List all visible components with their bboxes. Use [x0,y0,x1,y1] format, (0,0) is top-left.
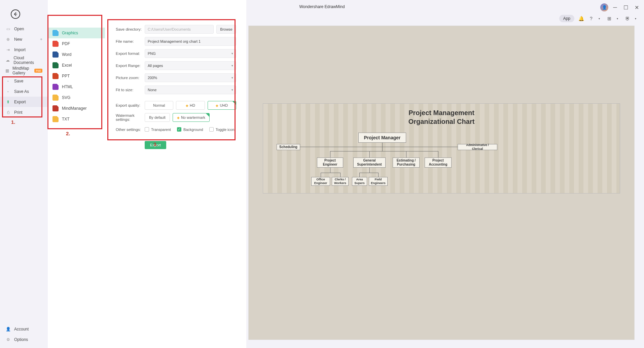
shield-icon[interactable]: ⛨ [624,15,631,22]
org-line [406,151,406,158]
setting-watermark: Watermark settings: By default ◆No warte… [116,113,236,122]
checkbox-icon [209,127,214,132]
range-select[interactable]: All pages▾ [145,61,236,70]
plus-circle-icon: ⊕ [5,37,11,42]
node-field-eng: Field Engineers [369,177,388,186]
toolbar-right: App 🔔 ? ▾ ⊞ ▾ ⛨ ▾ [559,15,639,22]
setting-label: Export quality: [116,103,145,107]
app-badge[interactable]: App [559,15,574,22]
export-type-excel[interactable]: Excel [48,60,105,71]
export-type-label: HTML [62,84,73,89]
apps-icon[interactable]: ⊞ [606,15,613,22]
checkbox-group: Transparent Background Toggle icon [145,127,236,132]
directory-input[interactable]: C:/Users/User/Documents [145,25,214,34]
gallery-icon: ▦ [5,68,9,73]
folder-icon: ▭ [5,26,11,32]
zoom-select[interactable]: 200%▾ [145,73,236,82]
checkbox-background[interactable]: Background [177,127,203,132]
sidebar-item-export[interactable]: ⬆ Export [0,97,48,107]
bell-icon[interactable]: 🔔 [578,15,584,22]
watermark-default-button[interactable]: By default [145,113,170,122]
org-line [378,173,379,177]
export-type-html[interactable]: HTML [48,81,105,92]
chevron-down-icon: ▾ [231,52,233,55]
annotation-label-1: 1. [11,119,15,125]
print-icon: ⎙ [5,110,11,115]
quality-uhd-button[interactable]: ◆UHD [208,101,236,110]
diamond-icon: ◆ [186,104,188,107]
checkbox-icon [177,127,181,132]
sidebar-label: Export [14,100,26,104]
org-line [340,173,341,177]
graphics-icon [52,30,59,36]
sidebar-item-open[interactable]: ▭ Open [0,24,48,34]
quality-hd-button[interactable]: ◆HD [176,101,205,110]
export-type-pdf[interactable]: PDF [48,38,105,49]
org-line [438,151,438,158]
node-manager: Project Manager [358,133,406,143]
account-icon: 👤 [5,326,11,332]
sidebar-item-import[interactable]: ⇥ Import [0,44,48,55]
checkbox-transparent[interactable]: Transparent [145,127,171,132]
maximize-button[interactable]: ☐ [622,3,630,11]
svg-icon [52,95,59,101]
node-superintendent: General Superintendent [353,158,386,168]
node-estimating: Estimating / Purchasing [393,158,420,168]
help-caret-icon[interactable]: ▾ [596,15,603,22]
setting-label: Picture zoom: [116,76,145,80]
export-type-label: PPT [62,74,70,78]
sidebar-label: MindMap Gallery [12,66,30,75]
sidebar-item-new[interactable]: ⊕ New + [0,34,48,44]
export-type-mindmanager[interactable]: MindManager [48,103,105,114]
close-button[interactable]: ✕ [633,3,641,11]
checkbox-icon [145,127,149,132]
checkbox-toggle[interactable]: Toggle icon [209,127,235,132]
avatar[interactable]: 👤 [600,3,608,11]
save-icon: ▫ [5,78,11,84]
export-type-word[interactable]: Word [48,49,105,60]
export-type-svg[interactable]: SVG [48,92,105,103]
org-line [330,151,330,158]
sidebar-item-print[interactable]: ⎙ Print [0,107,48,117]
sidebar-item-options[interactable]: ⚙ Options [0,334,48,345]
export-type-label: PDF [62,41,70,46]
sidebar-item-account[interactable]: 👤 Account [0,324,48,334]
browse-button[interactable]: Browse [216,25,236,34]
back-button[interactable] [11,9,20,19]
org-line [359,173,360,177]
apps-caret-icon[interactable]: ▾ [614,15,621,22]
export-type-ppt[interactable]: PPT [48,71,105,81]
txt-icon [52,116,59,122]
setting-label: Watermark settings: [116,113,145,121]
sidebar-item-gallery[interactable]: ▦ MindMap Gallery Hot [0,65,48,76]
excel-icon [52,62,59,68]
preview-area: Project Management Organizational Chart … [248,26,635,340]
export-type-graphics[interactable]: Graphics [48,28,105,38]
org-line [300,147,458,147]
sidebar-label: Import [14,47,26,52]
chevron-down-icon: ▾ [231,88,233,92]
filename-input[interactable]: Project Management org chart 1 [145,37,236,46]
shield-caret-icon[interactable]: ▾ [632,15,639,22]
help-icon[interactable]: ? [588,15,595,22]
sidebar-label: New [14,37,22,42]
annotation-label-3: 3. [153,141,158,147]
sidebar-item-cloud[interactable]: ☁ Cloud Documents [0,55,48,65]
plus-icon[interactable]: + [40,37,42,42]
sidebar-label: Print [14,110,23,115]
quality-normal-button[interactable]: Normal [145,101,173,110]
fit-select[interactable]: None▾ [145,85,236,94]
sidebar-item-saveas[interactable]: ▫ Save As [0,86,48,97]
minimize-button[interactable]: ─ [611,3,619,11]
export-icon: ⬆ [5,99,11,105]
setting-label: Save directory: [116,27,145,31]
export-type-label: TXT [62,117,70,121]
org-line [321,173,321,177]
pdf-icon [52,41,59,47]
format-select[interactable]: PNG▾ [145,49,236,58]
export-type-label: MindManager [62,106,86,111]
export-type-txt[interactable]: TXT [48,114,105,125]
watermark-none-button[interactable]: ◆No wartermark [173,113,210,122]
sidebar-item-save[interactable]: ▫ Save [0,76,48,86]
org-line [321,173,340,173]
